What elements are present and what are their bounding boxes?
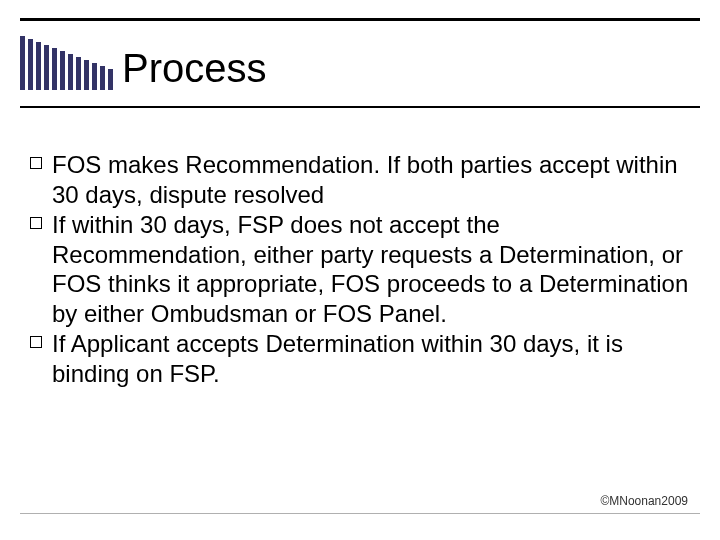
title-rule: [20, 106, 700, 108]
bar-icon: [108, 69, 113, 90]
copyright: ©MNoonan2009: [600, 494, 688, 508]
bar-icon: [100, 66, 105, 90]
bar-icon: [52, 48, 57, 90]
bar-icon: [36, 42, 41, 90]
footer-rule: [20, 513, 700, 514]
checkbox-bullet-icon: [30, 336, 42, 348]
bullet-text: If Applicant accepts Determination withi…: [52, 329, 690, 388]
bullet-text: FOS makes Recommendation. If both partie…: [52, 150, 690, 209]
bullet-item: FOS makes Recommendation. If both partie…: [30, 150, 690, 209]
bar-icon: [44, 45, 49, 90]
bar-icon: [84, 60, 89, 90]
bar-icon: [60, 51, 65, 90]
top-rule: [20, 18, 700, 21]
bar-icon: [92, 63, 97, 90]
bar-icon: [20, 36, 25, 90]
slide: Process FOS makes Recommendation. If bot…: [0, 0, 720, 540]
slide-title: Process: [122, 46, 267, 91]
bullet-item: If within 30 days, FSP does not accept t…: [30, 210, 690, 328]
bar-icon: [76, 57, 81, 90]
checkbox-bullet-icon: [30, 157, 42, 169]
content-area: FOS makes Recommendation. If both partie…: [30, 150, 690, 389]
bullet-item: If Applicant accepts Determination withi…: [30, 329, 690, 388]
bullet-text: If within 30 days, FSP does not accept t…: [52, 210, 690, 328]
decorative-bars: [20, 36, 113, 90]
bar-icon: [68, 54, 73, 90]
checkbox-bullet-icon: [30, 217, 42, 229]
bar-icon: [28, 39, 33, 90]
